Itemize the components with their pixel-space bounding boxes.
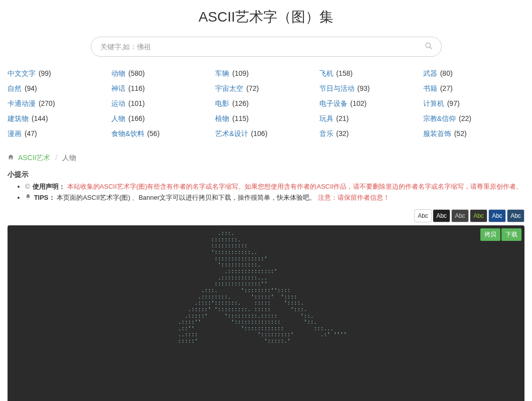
category-count: (166) (126, 114, 145, 122)
category-link[interactable]: 玩具 (319, 114, 333, 122)
category-link[interactable]: 车辆 (215, 69, 229, 77)
category-count: (109) (230, 69, 249, 77)
category-item: 艺术&设计 (106) (215, 129, 316, 139)
copy-button[interactable]: 拷贝 (480, 228, 500, 241)
breadcrumb-home-link[interactable]: ASCII艺术 (18, 154, 51, 162)
category-link[interactable]: 建筑物 (8, 114, 29, 122)
theme-button-navy[interactable]: Abc (507, 209, 524, 222)
theme-button-green[interactable]: Abc (470, 209, 487, 222)
category-link[interactable]: 电子设备 (319, 99, 347, 107)
category-link[interactable]: 运动 (111, 99, 125, 107)
category-item: 神话 (116) (111, 84, 213, 93)
tip1-text: 本站收集的ASCII艺术字(图)有些含有作者的名字或名字缩写。如果您想使用含有作… (67, 183, 523, 190)
art-actions: 拷贝 下载 (480, 228, 521, 241)
category-count: (144) (30, 114, 48, 122)
category-item: 植物 (115) (215, 114, 316, 123)
tip-item-1: © 使用声明： 本站收集的ASCII艺术字(图)有些含有作者的名字或名字缩写。如… (25, 181, 524, 192)
search-wrap (8, 37, 524, 57)
category-item: 车辆 (109) (215, 69, 316, 78)
category-item: 自然 (94) (8, 84, 109, 93)
category-link[interactable]: 宗教&信仰 (423, 114, 456, 122)
theme-button-blue[interactable]: Abc (488, 209, 506, 222)
category-count: (72) (244, 84, 259, 92)
category-item: 书籍 (27) (423, 84, 524, 93)
category-item: 武器 (80) (423, 69, 524, 78)
category-count: (21) (334, 114, 349, 122)
breadcrumb-separator: / (55, 154, 57, 162)
category-count: (106) (249, 129, 268, 138)
category-count: (93) (356, 84, 370, 92)
category-link[interactable]: 植物 (215, 114, 229, 122)
category-link[interactable]: 艺术&设计 (215, 129, 248, 138)
category-item: 动物 (580) (111, 69, 213, 78)
category-item: 节日与活动 (93) (319, 84, 421, 93)
bell-icon (25, 194, 33, 201)
category-count: (115) (230, 114, 249, 122)
category-item: 玩具 (21) (319, 114, 421, 123)
category-link[interactable]: 计算机 (423, 99, 444, 107)
category-count: (99) (37, 69, 51, 77)
category-item: 中文文字 (99) (8, 69, 109, 78)
tips-header: 小提示 (8, 170, 524, 179)
breadcrumb-current: 人物 (62, 154, 76, 162)
category-item: 飞机 (158) (319, 69, 421, 78)
category-count: (52) (452, 129, 467, 138)
category-link[interactable]: 武器 (423, 69, 437, 77)
category-count: (80) (438, 69, 453, 77)
category-link[interactable]: 人物 (111, 114, 125, 122)
category-link[interactable]: 飞机 (319, 69, 333, 77)
category-count: (126) (230, 99, 249, 107)
category-count: (22) (457, 114, 471, 122)
category-item: 计算机 (97) (423, 99, 524, 108)
category-count: (102) (348, 99, 367, 107)
category-item: 宇宙太空 (72) (215, 84, 316, 93)
categories-grid: 中文文字 (99)动物 (580)车辆 (109)飞机 (158)武器 (80)… (8, 69, 524, 139)
category-link[interactable]: 自然 (8, 84, 22, 92)
category-link[interactable]: 中文文字 (8, 69, 36, 77)
breadcrumb: ASCII艺术 / 人物 (8, 151, 524, 170)
category-link[interactable]: 节日与活动 (319, 84, 354, 92)
theme-button-dark[interactable]: Abc (433, 209, 450, 222)
category-count: (47) (23, 129, 37, 138)
category-item: 卡通动漫 (270) (8, 99, 109, 108)
theme-button-grey[interactable]: Abc (451, 209, 469, 222)
category-item: 电子设备 (102) (319, 99, 421, 108)
category-count: (158) (334, 69, 353, 77)
theme-row: Abc Abc Abc Abc Abc Abc (8, 209, 524, 222)
tip-item-2: TIPS： 本页面的ASCII艺术字(图) 、Banner文字可以进行拷贝和下载… (25, 192, 524, 203)
ascii-art-content: .:::. ::::::::. ::::::::::: ':::::::::::… (8, 230, 524, 345)
category-link[interactable]: 食物&饮料 (111, 129, 144, 138)
category-link[interactable]: 书籍 (423, 84, 437, 92)
category-link[interactable]: 服装首饰 (423, 129, 451, 138)
category-link[interactable]: 动物 (111, 69, 125, 77)
home-icon (8, 154, 16, 162)
search-box (91, 37, 442, 57)
category-count: (94) (23, 84, 37, 92)
download-button[interactable]: 下载 (501, 228, 521, 241)
category-count: (27) (438, 84, 453, 92)
category-item: 电影 (126) (215, 99, 316, 108)
copyright-icon: © (25, 183, 30, 190)
category-item: 服装首饰 (52) (423, 129, 524, 139)
category-link[interactable]: 神话 (111, 84, 125, 92)
category-count: (101) (126, 99, 145, 107)
category-count: (580) (126, 69, 145, 77)
ascii-art-box: 拷贝 下载 .:::. ::::::::. ::::::::::: ':::::… (8, 225, 524, 401)
category-item: 音乐 (32) (319, 129, 421, 139)
tip1-label: 使用声明： (33, 183, 65, 190)
category-link[interactable]: 电影 (215, 99, 229, 107)
category-item: 人物 (166) (111, 114, 213, 123)
category-count: (270) (37, 99, 55, 107)
category-link[interactable]: 卡通动漫 (8, 99, 36, 107)
theme-button-light[interactable]: Abc (414, 209, 432, 222)
search-input[interactable] (91, 37, 442, 57)
category-link[interactable]: 宇宙太空 (215, 84, 243, 92)
category-count: (116) (126, 84, 145, 92)
category-item: 食物&饮料 (56) (111, 129, 213, 139)
category-count: (97) (445, 99, 460, 107)
category-item: 漫画 (47) (8, 129, 109, 139)
category-link[interactable]: 漫画 (8, 129, 22, 138)
category-link[interactable]: 音乐 (319, 129, 333, 138)
page-title: ASCII艺术字（图）集 (8, 8, 524, 27)
category-item: 建筑物 (144) (8, 114, 109, 123)
